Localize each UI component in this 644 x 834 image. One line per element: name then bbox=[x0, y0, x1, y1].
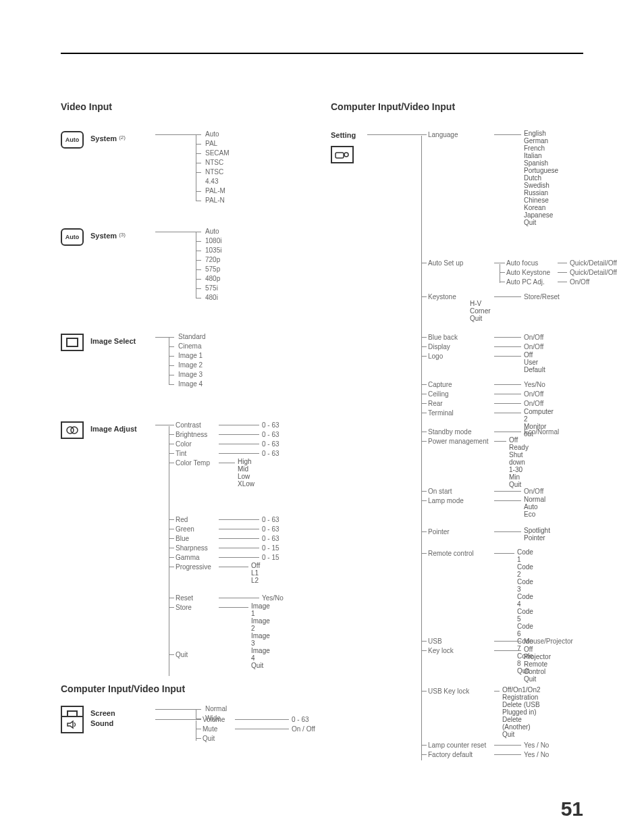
setting-row: Setting LanguageEnglishGermanFrenchItali… bbox=[331, 131, 594, 163]
tree-leaf: PAL-N bbox=[200, 196, 230, 205]
tree-leaf: 720p bbox=[200, 255, 221, 265]
image-adjust-row: Image Adjust Contrast0 - 63Brightness0 -… bbox=[61, 421, 317, 439]
tree-row: Green0 - 63 bbox=[169, 525, 279, 533]
tree-leaf: Registration bbox=[502, 694, 541, 701]
system2-label: System bbox=[90, 134, 117, 142]
tree-row: Tint0 - 63 bbox=[169, 450, 279, 457]
tree-row: Language bbox=[421, 131, 521, 138]
tree-row: ResetYes/No bbox=[169, 594, 284, 602]
tree-leaf: Image 3 bbox=[251, 632, 270, 647]
tree-row: USB Key lock bbox=[421, 687, 500, 695]
tree-row: Blue backOn/Off bbox=[421, 334, 543, 341]
tree-leaf: 1035i bbox=[200, 246, 221, 255]
tree-row: RearOn/Off bbox=[421, 400, 543, 407]
svg-rect-6 bbox=[336, 153, 344, 158]
tree-leaf: Delete (USB Plugged in) bbox=[502, 701, 541, 716]
system2-row: Auto System (2) AutoPALSECAMNTSCNTSC 4.4… bbox=[61, 131, 317, 149]
tree-row: Power management bbox=[421, 438, 506, 445]
tree-leaf: Auto bbox=[200, 130, 230, 139]
setting-label: Setting bbox=[331, 131, 367, 139]
tree-row: CaptureYes/No bbox=[421, 381, 545, 388]
tree-leaf: Auto bbox=[200, 227, 221, 236]
tree-leaf: Off/On1/On2 bbox=[502, 686, 541, 694]
image-select-row: Image Select StandardCinemaImage 1Image … bbox=[61, 334, 317, 351]
system3-row: Auto System (3) Auto1080i1035i720p575p48… bbox=[61, 228, 317, 246]
tree-row: Red0 - 63 bbox=[169, 516, 279, 523]
tree-row: Key lock bbox=[421, 647, 521, 654]
tree-leaf: Pointer bbox=[524, 534, 550, 542]
tree-row: Pointer bbox=[421, 528, 521, 536]
tree-row: Terminal bbox=[421, 409, 521, 417]
tree-leaf: 480i bbox=[200, 293, 221, 303]
tree-row: Factory defaultYes / No bbox=[421, 751, 549, 758]
tree-leaf: French bbox=[524, 145, 558, 152]
tree-leaf: L1 bbox=[251, 569, 260, 577]
tree-leaf: Eco bbox=[524, 511, 545, 518]
tree-leaf: Off bbox=[524, 646, 551, 653]
tree-leaf: PAL-M bbox=[200, 186, 230, 196]
tree-leaf: Quit bbox=[470, 315, 491, 322]
tree-leaf: Chinese bbox=[524, 197, 558, 204]
tree-leaf: Ready bbox=[509, 444, 529, 451]
system3-note: (3) bbox=[119, 232, 126, 238]
tree-row: Auto focusQuick/Detail/Off bbox=[500, 259, 617, 267]
svg-point-7 bbox=[344, 153, 348, 157]
tree-row: Lamp counter resetYes / No bbox=[421, 741, 549, 749]
tree-row: On startOn/Off bbox=[421, 488, 543, 495]
tree-leaf: Swedish bbox=[524, 182, 558, 189]
tree-row: Contrast0 - 63 bbox=[169, 421, 279, 429]
system2-note: (2) bbox=[119, 134, 126, 140]
auto-icon: Auto bbox=[61, 131, 84, 149]
tree-leaf: English bbox=[524, 130, 558, 137]
tree-leaf: Low bbox=[238, 473, 254, 480]
tree-leaf: Image 1 bbox=[173, 351, 206, 361]
tree-leaf: Russian bbox=[524, 189, 558, 197]
tree-leaf: German bbox=[524, 137, 558, 145]
tree-leaf: 1080i bbox=[200, 236, 221, 246]
tree-leaf: 575i bbox=[200, 284, 221, 293]
tree-leaf: Code 4 bbox=[517, 593, 533, 608]
tree-leaf: Standard bbox=[173, 332, 206, 342]
tree-row: Color Temp bbox=[169, 459, 235, 467]
tree-leaf: Default bbox=[524, 366, 545, 373]
tree-row: Sharpness0 - 15 bbox=[169, 544, 279, 552]
tree-row: Blue0 - 63 bbox=[169, 535, 279, 542]
tree-leaf: NTSC bbox=[200, 158, 230, 167]
tree-row: Logo bbox=[421, 353, 521, 360]
tree-leaf: Code 6 bbox=[517, 623, 533, 637]
tree-row: Volume0 - 63 bbox=[196, 716, 309, 723]
tree-leaf: Quit bbox=[524, 675, 551, 683]
tree-leaf: Quit bbox=[502, 731, 541, 738]
tree-leaf: Off bbox=[524, 351, 545, 359]
sound-label: Sound bbox=[90, 719, 113, 727]
tree-leaf: Image 3 bbox=[173, 370, 206, 380]
tree-leaf: Auto bbox=[524, 503, 545, 511]
tree-leaf: Off bbox=[251, 562, 260, 569]
tree-leaf: Shut down bbox=[509, 451, 529, 466]
tree-row: CeilingOn/Off bbox=[421, 390, 543, 398]
tree-leaf: Code 3 bbox=[517, 578, 533, 593]
tree-leaf: Italian bbox=[524, 152, 558, 159]
tree-row: Quit bbox=[169, 651, 219, 658]
setting-icon bbox=[331, 146, 354, 163]
tree-leaf: Delete (Another) bbox=[502, 716, 541, 731]
tree-leaf: Cinema bbox=[173, 342, 206, 351]
tree-leaf: Image 4 bbox=[251, 647, 270, 662]
tree-leaf: Computer 2 bbox=[524, 408, 554, 423]
tree-leaf: Quit bbox=[251, 662, 270, 669]
tree-leaf: Korean bbox=[524, 204, 558, 211]
tree-leaf: High bbox=[238, 458, 254, 465]
tree-leaf: Dutch bbox=[524, 174, 558, 182]
tree-leaf: Off bbox=[509, 436, 529, 444]
tree-leaf: Quit bbox=[524, 219, 558, 226]
tree-row: Standby modeEco/Normal bbox=[421, 428, 559, 436]
sound-section-title: Computer Input/Video Input bbox=[61, 683, 185, 694]
tree-leaf: Japanese bbox=[524, 211, 558, 219]
tree-leaf: Code 1 bbox=[517, 548, 533, 563]
tree-leaf: Spanish bbox=[524, 159, 558, 167]
tree-leaf: H-V bbox=[470, 300, 491, 307]
tree-leaf: SECAM bbox=[200, 149, 230, 158]
sound-row: Sound Volume0 - 63MuteOn / OffQuit bbox=[61, 716, 331, 733]
tree-row: MuteOn / Off bbox=[196, 725, 315, 733]
tree-leaf: XLow bbox=[238, 480, 254, 488]
